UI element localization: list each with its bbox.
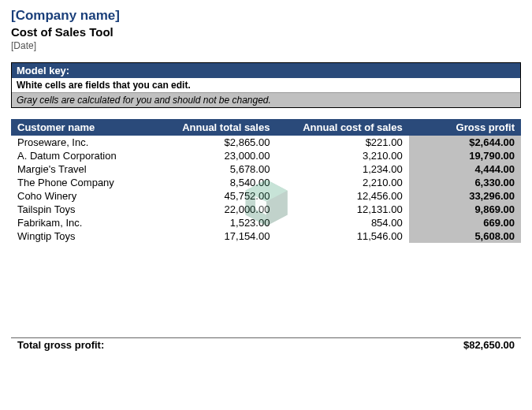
col-header-sales: Annual total sales	[154, 119, 276, 136]
cell-cost[interactable]: 3,210.00	[276, 149, 408, 162]
table-row: Margie's Travel5,678.001,234.004,444.00	[11, 162, 521, 176]
table-row: A. Datum Corporation23,000.003,210.0019,…	[11, 149, 521, 162]
cell-customer[interactable]: The Phone Company	[11, 176, 154, 189]
cell-sales[interactable]: 17,154.00	[154, 229, 276, 243]
table-row: Tailspin Toys22,000.0012,131.009,869.00	[11, 203, 521, 216]
cell-cost[interactable]: 11,546.00	[276, 229, 408, 243]
cell-cost[interactable]: $221.00	[276, 136, 408, 149]
cell-profit: 669.00	[409, 216, 521, 229]
cell-customer[interactable]: A. Datum Corporation	[11, 149, 154, 162]
cell-profit: $2,644.00	[409, 136, 521, 149]
cell-sales[interactable]: 1,523.00	[154, 216, 276, 229]
cell-sales[interactable]: 45,752.00	[154, 189, 276, 203]
table-header-row: Customer name Annual total sales Annual …	[11, 119, 521, 136]
cell-cost[interactable]: 2,210.00	[276, 176, 408, 189]
table-row: Wingtip Toys17,154.0011,546.005,608.00	[11, 229, 521, 243]
cell-profit: 4,444.00	[409, 162, 521, 176]
cell-cost[interactable]: 1,234.00	[276, 162, 408, 176]
cell-sales[interactable]: $2,865.00	[154, 136, 276, 149]
cell-profit: 9,869.00	[409, 203, 521, 216]
cell-sales[interactable]: 5,678.00	[154, 162, 276, 176]
spacer-row	[11, 243, 521, 337]
cell-profit: 33,296.00	[409, 189, 521, 203]
model-key-box: Model key: White cells are fields that y…	[11, 62, 521, 108]
total-label: Total gross profit:	[11, 337, 409, 352]
cell-cost[interactable]: 12,131.00	[276, 203, 408, 216]
sales-table: Customer name Annual total sales Annual …	[11, 119, 521, 352]
cell-profit: 6,330.00	[409, 176, 521, 189]
cell-profit: 5,608.00	[409, 229, 521, 243]
total-value: $82,650.00	[409, 337, 521, 352]
cell-customer[interactable]: Coho Winery	[11, 189, 154, 203]
cell-customer[interactable]: Fabrikam, Inc.	[11, 216, 154, 229]
col-header-cost: Annual cost of sales	[276, 119, 408, 136]
col-header-profit: Gross profit	[409, 119, 521, 136]
cell-sales[interactable]: 23,000.00	[154, 149, 276, 162]
table-row: Fabrikam, Inc.1,523.00854.00669.00	[11, 216, 521, 229]
document-header: [Company name] Cost of Sales Tool [Date]	[11, 8, 521, 51]
model-key-label: Model key:	[12, 63, 520, 78]
cell-sales[interactable]: 22,000.00	[154, 203, 276, 216]
cell-cost[interactable]: 12,456.00	[276, 189, 408, 203]
cell-profit: 19,790.00	[409, 149, 521, 162]
cell-sales[interactable]: 8,540.00	[154, 176, 276, 189]
company-name[interactable]: [Company name]	[11, 8, 521, 24]
cell-customer[interactable]: Margie's Travel	[11, 162, 154, 176]
table-row: Coho Winery45,752.0012,456.0033,296.00	[11, 189, 521, 203]
table-row: The Phone Company8,540.002,210.006,330.0…	[11, 176, 521, 189]
model-key-gray-hint: Gray cells are calculated for you and sh…	[12, 93, 520, 107]
cell-customer[interactable]: Wingtip Toys	[11, 229, 154, 243]
cell-cost[interactable]: 854.00	[276, 216, 408, 229]
date-field[interactable]: [Date]	[11, 40, 521, 51]
tool-title: Cost of Sales Tool	[11, 25, 521, 39]
cell-customer[interactable]: Proseware, Inc.	[11, 136, 154, 149]
col-header-customer: Customer name	[11, 119, 154, 136]
cell-customer[interactable]: Tailspin Toys	[11, 203, 154, 216]
model-key-white-hint: White cells are fields that you can edit…	[12, 78, 520, 93]
total-row: Total gross profit: $82,650.00	[11, 337, 521, 352]
table-row: Proseware, Inc.$2,865.00$221.00$2,644.00	[11, 136, 521, 149]
